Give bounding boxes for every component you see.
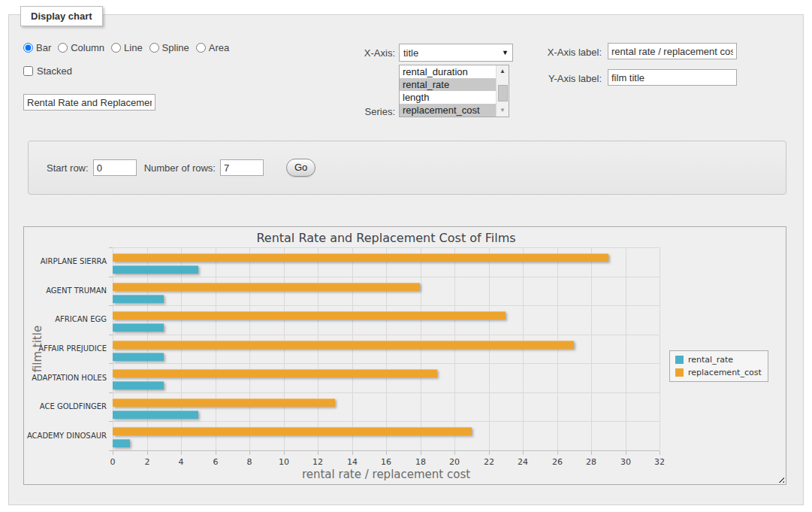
legend-swatch-icon xyxy=(675,356,684,364)
x-axis-tick xyxy=(660,451,660,455)
legend-swatch-icon xyxy=(675,368,684,377)
chart-type-radio-area[interactable] xyxy=(196,43,206,53)
category-label: AFRICAN EGG xyxy=(24,315,107,323)
x-axis-label-input[interactable] xyxy=(608,43,737,59)
scrollbar-thumb[interactable] xyxy=(498,85,508,101)
gridline-horizontal xyxy=(113,277,660,277)
x-axis-tick xyxy=(557,451,558,455)
gridline-vertical xyxy=(318,247,318,450)
series-option-rental_rate[interactable]: rental_rate xyxy=(400,78,509,91)
series-option-length[interactable]: length xyxy=(400,91,509,104)
x-axis-select-label: X-Axis: xyxy=(335,47,395,59)
chevron-down-icon: ▼ xyxy=(502,49,509,56)
gridline-horizontal xyxy=(113,305,660,306)
gridline-vertical xyxy=(557,247,558,450)
stacked-checkbox[interactable] xyxy=(23,66,33,76)
chart-legend: rental_ratereplacement_cost xyxy=(669,350,768,382)
series-listbox[interactable]: rental_durationrental_ratelengthreplacem… xyxy=(399,65,509,117)
scroll-up-icon[interactable]: ▲ xyxy=(497,65,509,77)
gridline-vertical xyxy=(284,247,285,450)
resize-grip-icon[interactable] xyxy=(776,474,784,483)
display-chart-fieldset: Display chart BarColumnLineSplineArea St… xyxy=(8,14,804,505)
scroll-down-icon[interactable]: ▼ xyxy=(497,105,509,117)
category-tick xyxy=(109,247,113,248)
start-row-input[interactable] xyxy=(93,159,137,176)
chart-type-option-area: Area xyxy=(196,42,229,53)
chart-title-input[interactable] xyxy=(23,94,155,111)
x-axis-selected-value: title xyxy=(403,47,418,59)
x-axis-tick xyxy=(352,451,353,455)
chart-type-label: Column xyxy=(71,42,104,53)
y-axis-label-input[interactable] xyxy=(608,69,737,86)
category-label: AGENT TRUMAN xyxy=(24,286,107,295)
gridline-vertical xyxy=(660,247,660,450)
bar-rental_rate xyxy=(113,353,164,361)
category-label: ADAPTATION HOLES xyxy=(24,374,107,382)
x-axis-select[interactable]: title ▼ xyxy=(399,44,513,62)
x-axis-tick xyxy=(523,451,524,455)
chart-type-radio-bar[interactable] xyxy=(23,43,33,53)
chart-type-radio-line[interactable] xyxy=(111,43,121,53)
bar-replacement_cost xyxy=(113,311,506,320)
bar-rental_rate xyxy=(113,323,164,332)
bar-replacement_cost xyxy=(113,341,574,349)
chart-type-radio-column[interactable] xyxy=(58,43,68,53)
stacked-row: Stacked xyxy=(23,65,72,77)
x-axis-tick xyxy=(284,451,285,455)
x-axis-tick xyxy=(249,451,250,455)
series-select-label: Series: xyxy=(335,106,395,117)
gridline-vertical xyxy=(489,247,490,450)
x-axis-tick-label: 20 xyxy=(439,457,469,467)
gridline-horizontal xyxy=(113,363,660,364)
start-row-label: Start row: xyxy=(47,162,89,174)
legend-item-replacement_cost[interactable]: replacement_cost xyxy=(675,368,762,377)
chart-type-option-line: Line xyxy=(111,42,143,53)
category-tick xyxy=(109,335,113,335)
x-axis-tick-label: 0 xyxy=(98,457,128,467)
go-button[interactable]: Go xyxy=(286,159,315,177)
series-option-rental_duration[interactable]: rental_duration xyxy=(400,65,509,78)
x-axis-tick xyxy=(591,451,592,455)
chart-type-option-spline: Spline xyxy=(149,42,189,53)
x-axis-tick-label: 32 xyxy=(644,457,675,467)
bar-rental_rate xyxy=(113,381,164,389)
gridline-vertical xyxy=(113,247,113,450)
gridline-vertical xyxy=(181,247,182,450)
x-axis-tick xyxy=(113,451,113,455)
x-axis-tick xyxy=(454,451,455,455)
chart-container: Rental Rate and Replacement Cost of Film… xyxy=(23,226,786,485)
legend-item-rental_rate[interactable]: rental_rate xyxy=(675,355,762,365)
x-axis-tick xyxy=(216,451,216,455)
fieldset-legend: Display chart xyxy=(20,6,103,26)
series-scrollbar[interactable]: ▲ ▼ xyxy=(496,65,509,117)
num-rows-input[interactable] xyxy=(220,159,264,176)
bar-rental_rate xyxy=(113,295,164,303)
plot-area xyxy=(113,247,660,450)
y-axis-label-label: Y-Axis label: xyxy=(530,73,602,84)
bar-rental_rate xyxy=(113,265,198,274)
category-tick xyxy=(109,363,113,364)
gridline-horizontal xyxy=(113,335,660,335)
x-axis-tick-label: 4 xyxy=(166,457,196,467)
bar-replacement_cost xyxy=(113,369,437,377)
x-axis-tick-label: 26 xyxy=(542,457,572,467)
x-axis-tick xyxy=(318,451,318,455)
x-axis-tick xyxy=(147,451,148,455)
chart-title: Rental Rate and Replacement Cost of Film… xyxy=(113,231,660,245)
series-options: rental_durationrental_ratelengthreplacem… xyxy=(400,65,509,117)
gridline-vertical xyxy=(454,247,455,450)
num-rows-label: Number of rows: xyxy=(144,162,216,174)
x-axis-tick-label: 24 xyxy=(508,457,538,467)
chart-type-label: Line xyxy=(124,42,143,53)
series-option-replacement_cost[interactable]: replacement_cost xyxy=(400,104,509,117)
category-tick xyxy=(109,277,113,277)
x-axis-tick xyxy=(626,451,626,455)
category-tick xyxy=(109,392,113,393)
gridline-vertical xyxy=(147,247,148,450)
chart-type-group: BarColumnLineSplineArea xyxy=(23,42,229,53)
category-label: ACE GOLDFINGER xyxy=(24,402,107,411)
legend-label: replacement_cost xyxy=(688,368,762,377)
chart-type-radio-spline[interactable] xyxy=(149,43,159,53)
x-axis-tick xyxy=(421,451,421,455)
page: Display chart BarColumnLineSplineArea St… xyxy=(0,0,812,512)
